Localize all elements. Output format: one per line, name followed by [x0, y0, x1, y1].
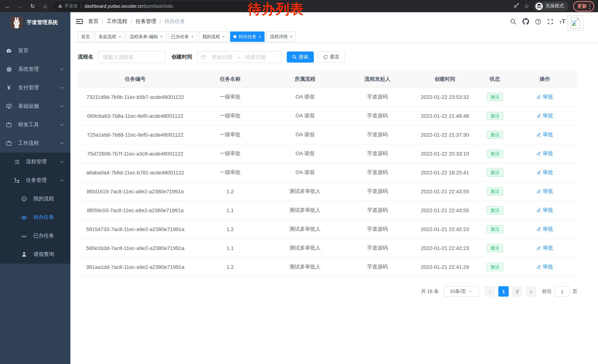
status-badge: 激活 [487, 187, 503, 195]
tab-start-process[interactable]: 发起流程× [95, 32, 125, 42]
approve-button[interactable]: 审批 [537, 94, 553, 100]
close-icon[interactable]: × [290, 34, 292, 39]
table-row: 75d72608-7b7f-11ec-a3c8-acde48001122 一级审… [78, 144, 577, 163]
cell-create-time: 2022-01-21 22:42:23 [412, 220, 477, 239]
tab-todo-tasks[interactable]: 待办任务× [230, 32, 265, 42]
cell-task-id: 73211d9d-7b9b-11ec-b5b7-acde48001122 [78, 88, 193, 106]
sidebar-item-leave-query[interactable]: 请假查询 [0, 245, 70, 264]
sidebar-item-home[interactable]: 首页 [0, 41, 70, 60]
sidebar-item-devtools[interactable]: 研发工具 [0, 115, 70, 134]
start-date-input[interactable] [208, 54, 236, 60]
status-badge: 激活 [487, 93, 503, 101]
close-icon[interactable]: × [119, 34, 121, 39]
approve-button[interactable]: 审批 [537, 264, 553, 270]
update-menu-button[interactable]: 更新 [573, 1, 594, 11]
app-logo[interactable]: 芋道管理系统 [0, 12, 70, 33]
address-bar[interactable]: 不安全 dashboard.yudao.iocoder.cn/bpm/task/… [53, 1, 262, 11]
gear-icon [6, 66, 12, 72]
page-button-1[interactable]: 1 [498, 286, 509, 297]
help-icon[interactable] [535, 18, 541, 25]
close-icon[interactable]: × [222, 34, 225, 39]
sidebar-item-my-process[interactable]: 我的流程 [0, 190, 70, 208]
goto-label: 前往 [542, 288, 552, 295]
tab-process-detail[interactable]: 流程详情× [266, 32, 296, 42]
github-icon[interactable] [523, 18, 529, 25]
close-icon[interactable]: × [259, 34, 261, 39]
cell-actions: 审批 [512, 220, 577, 239]
breadcrumb-workflow[interactable]: 工作流程 [107, 18, 127, 25]
sidebar-item-payment[interactable]: ¥ 支付管理 [0, 79, 70, 97]
forward-icon[interactable]: → [16, 3, 24, 9]
tab-home[interactable]: 首页 [78, 32, 93, 42]
cell-task-name: 一级审批 [193, 88, 267, 106]
edit-icon [537, 189, 541, 194]
next-page-button[interactable]: › [526, 286, 536, 297]
tags-view-bar: 首页 发起流程× 流程表单-编辑× 已办任务× 我的流程× 待办任务× 流程详情… [70, 31, 598, 43]
sidebar-item-label: 系统管理 [18, 66, 39, 73]
sidebar-item-infra[interactable]: 基础设施 [0, 97, 70, 115]
approve-button[interactable]: 审批 [537, 150, 553, 157]
refresh-icon[interactable]: ↻ [29, 3, 36, 9]
edit-icon [537, 132, 541, 137]
process-name-input[interactable] [98, 51, 166, 63]
workflow-submenu: 流程管理 任务管理 我的流程 待办任务 已办 [0, 153, 70, 264]
approve-button[interactable]: 审批 [537, 226, 553, 233]
cell-create-time: 2022-01-21 22:43:55 [412, 201, 477, 220]
table-row: 725a1eb6-7b88-11ec-8ef0-acde48001122 一级审… [78, 125, 577, 144]
close-icon[interactable]: × [160, 34, 163, 39]
prev-page-button[interactable]: ‹ [485, 286, 495, 297]
breadcrumb-home[interactable]: 首页 [88, 18, 99, 25]
sidebar-item-process-mgmt[interactable]: 流程管理 [0, 153, 70, 171]
approve-button[interactable]: 审批 [537, 169, 553, 176]
sidebar-item-task-mgmt[interactable]: 任务管理 [0, 171, 70, 190]
tab-my-process[interactable]: 我的流程× [199, 32, 228, 42]
status-badge: 激活 [487, 169, 503, 177]
col-create-time: 创建时间 [412, 71, 477, 88]
security-label[interactable]: 不安全 [65, 3, 78, 9]
home-icon[interactable]: ⌂ [42, 3, 49, 9]
incognito-badge: 无痕模式 [534, 1, 568, 11]
goto-page-input[interactable] [555, 286, 569, 297]
sidebar-item-done-tasks[interactable]: 已办任务 [0, 226, 70, 245]
back-icon[interactable]: ← [4, 3, 11, 9]
approve-button[interactable]: 审批 [537, 131, 553, 138]
sidebar-item-system[interactable]: 系统管理 [0, 60, 70, 79]
sidebar-item-workflow[interactable]: 工作流程 [0, 134, 70, 153]
cell-task-name: 1.2 [193, 258, 267, 276]
end-date-input[interactable] [242, 54, 269, 60]
table-row: 069c6a63-7b8a-11ec-8ef0-acde48001122 一级审… [78, 106, 577, 125]
status-badge: 激活 [487, 150, 503, 158]
bookmark-star-icon[interactable]: ☆ [524, 3, 529, 9]
cell-create-time: 2022-01-21 22:41:29 [412, 258, 477, 276]
approve-button[interactable]: 审批 [537, 207, 553, 214]
search-icon[interactable] [510, 18, 516, 25]
search-button[interactable]: 搜索 [287, 51, 314, 63]
cell-process: 测试多审批人 [267, 201, 342, 220]
avatar[interactable] [568, 15, 583, 31]
approve-button[interactable]: 审批 [537, 245, 553, 251]
page-size-select[interactable]: 10条/页 [444, 286, 479, 297]
page-button-2[interactable]: 2 [512, 286, 523, 297]
breadcrumb-separator: / [160, 18, 161, 24]
approve-button[interactable]: 审批 [537, 188, 553, 195]
breadcrumb-task-mgmt[interactable]: 任务管理 [136, 18, 156, 25]
key-icon[interactable] [513, 2, 519, 10]
status-badge: 激活 [487, 112, 503, 120]
approve-button[interactable]: 审批 [537, 113, 553, 119]
cell-task-id: a6aba0a4-7b6d-11ec-b781-acde48001122 [78, 163, 193, 182]
sidebar-item-label: 基础设施 [18, 103, 39, 110]
tab-done-tasks[interactable]: 已办任务× [168, 32, 197, 42]
sidebar-collapse-icon[interactable] [76, 18, 83, 26]
sidebar-item-label: 研发工具 [18, 121, 39, 128]
sidebar-item-todo-tasks[interactable]: 待办任务 [0, 208, 70, 226]
face-icon [21, 196, 27, 202]
font-size-icon[interactable]: TT [559, 18, 565, 24]
tab-form-edit[interactable]: 流程表单-编辑× [126, 32, 166, 42]
date-range-picker[interactable]: - [197, 51, 282, 63]
col-task-id: 任务编号 [78, 71, 193, 88]
fullscreen-icon[interactable] [547, 18, 554, 25]
warning-icon [58, 3, 63, 9]
cell-task-id: 725a1eb6-7b88-11ec-8ef0-acde48001122 [78, 125, 193, 144]
close-icon[interactable]: × [191, 34, 194, 39]
reset-button[interactable]: 重置 [317, 51, 345, 63]
